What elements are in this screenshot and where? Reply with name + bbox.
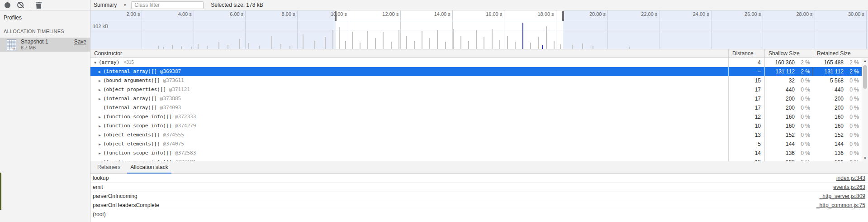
shallow-size-value: 2000 % [764, 103, 813, 112]
timeline-tick-label: 12.00 s [349, 11, 398, 17]
allocation-timeline-overview[interactable]: 2.00 s4.00 s6.00 s8.00 s10.00 s12.00 s14… [90, 10, 868, 49]
tree-collapsed-icon[interactable]: ▶ [99, 68, 103, 77]
table-row[interactable]: ▶(function scope info)[] @374279101600 %… [90, 121, 862, 130]
scroll-up-icon[interactable]: ▲ [862, 59, 868, 63]
stack-frame-row[interactable]: parserOnHeadersComplete_http_common.js:7… [90, 201, 868, 210]
selection-handle-right[interactable] [562, 11, 564, 21]
constructor-name: (internal array)[] [103, 96, 157, 101]
tree-collapsed-icon[interactable]: ▶ [99, 86, 103, 95]
timeline-tick-label: 24.00 s [659, 11, 709, 17]
perspective-select[interactable]: Summary ▼ [94, 2, 127, 8]
timeline-tick-label: 8.00 s [246, 11, 295, 17]
tree-collapsed-icon[interactable]: ▶ [99, 158, 103, 162]
stack-frame-function: parserOnHeadersComplete [93, 202, 159, 208]
source-location-link[interactable]: index.js:343 [836, 174, 865, 183]
table-scrollbar[interactable]: ▲ ▼ [862, 58, 868, 161]
allocation-bar [158, 46, 159, 49]
trash-icon[interactable] [36, 2, 42, 9]
column-header-distance[interactable]: Distance [728, 49, 764, 58]
constructor-name: (function scope info)[] [103, 150, 172, 156]
selected-size-label: Selected size: 178 kB [211, 2, 263, 8]
profile-toolbar [0, 0, 90, 10]
stack-frame-row[interactable]: lookupindex.js:343 [90, 174, 868, 183]
timeline-tick-label: 30.00 s [815, 11, 864, 17]
column-header-shallow-size[interactable]: Shallow Size [764, 49, 813, 58]
shallow-size-value: 1600 % [764, 112, 813, 121]
table-row[interactable]: ▶(object properties)[] @371121174400 %44… [90, 85, 862, 94]
tab-allocation-stack[interactable]: Allocation stack [127, 161, 171, 174]
table-row[interactable]: ▶(function scope info)[] @373181131360 %… [90, 158, 862, 161]
allocation-bar [259, 46, 260, 49]
allocation-bar [339, 27, 340, 49]
tree-collapsed-icon[interactable]: ▶ [99, 122, 103, 131]
retained-size-value: 1360 % [813, 158, 862, 161]
clear-icon[interactable] [17, 2, 24, 8]
retained-size-value: 1360 % [813, 149, 862, 158]
selection-handle-left[interactable] [335, 11, 337, 21]
retained-size-value: 1600 % [813, 121, 862, 130]
column-header-constructor[interactable]: Constructor [90, 49, 728, 58]
class-filter-input[interactable] [131, 1, 204, 9]
tree-collapsed-icon[interactable]: ▶ [99, 95, 103, 104]
distance-value: 10 [728, 121, 764, 130]
table-row[interactable]: (internal array)[] @374093172000 %2000 % [90, 103, 862, 112]
record-icon[interactable] [5, 2, 10, 8]
allocation-bar [198, 44, 199, 49]
table-row[interactable]: ▶(bound arguments)[] @37361115320 %5 568… [90, 76, 862, 85]
tree-expanded-icon[interactable]: ▼ [94, 58, 99, 68]
shallow-size-value: 4400 % [764, 85, 813, 94]
table-row[interactable]: ▶(internal array)[] @373885172000 %2000 … [90, 94, 862, 103]
allocation-bar [492, 29, 493, 49]
sidebar-item-snapshot-1[interactable]: % Snapshot 1 6.7 MB Save [0, 38, 90, 52]
allocation-bar [271, 36, 272, 49]
timeline-tick-label: 6.00 s [194, 11, 243, 17]
object-id: @372583 [172, 150, 196, 156]
distance-value: 12 [728, 112, 764, 121]
tree-collapsed-icon[interactable]: ▶ [99, 77, 103, 86]
distance-value: 13 [728, 158, 764, 161]
table-row[interactable]: ▶(internal array)[] @369387–131 1122 %13… [90, 67, 862, 76]
retained-size-value: 2000 % [813, 94, 862, 103]
source-location-link[interactable]: _http_common.js:75 [816, 201, 865, 210]
table-header: Constructor Distance Shallow Size Retain… [90, 49, 868, 58]
allocation-timelines-section-title: ALLOCATION TIMELINES [4, 29, 64, 34]
column-header-retained-size[interactable]: Retained Size [813, 49, 862, 58]
scroll-down-icon[interactable]: ▼ [862, 156, 868, 160]
table-row[interactable]: ▶(object elements)[] @374555131520 %1520… [90, 130, 862, 140]
source-location-link[interactable]: _http_server.js:809 [820, 192, 865, 201]
table-row[interactable]: ▶(function scope info)[] @372583141360 %… [90, 149, 862, 158]
allocation-bar [332, 30, 333, 49]
stack-frame-row[interactable]: parserOnIncoming_http_server.js:809 [90, 192, 868, 201]
table-row[interactable]: ▶(function scope info)[] @372333121600 %… [90, 112, 862, 121]
chevron-down-icon: ▼ [123, 3, 127, 7]
allocation-bar [218, 42, 219, 49]
stack-frame-row[interactable]: (root) [90, 210, 868, 219]
tab-retainers[interactable]: Retainers [94, 161, 123, 174]
scrollbar-thumb[interactable] [863, 65, 867, 89]
tree-collapsed-icon[interactable]: ▶ [99, 140, 103, 149]
source-location-link[interactable]: events.js:263 [833, 183, 865, 192]
allocation-bar [476, 30, 477, 49]
tree-collapsed-icon[interactable]: ▶ [99, 113, 103, 122]
object-id: @373611 [160, 77, 184, 83]
table-row[interactable]: ▼(array)×3154160 3602 %165 4882 % [90, 58, 862, 67]
stack-frame-row[interactable]: emitevents.js:263 [90, 183, 868, 192]
allocation-bar [445, 42, 446, 49]
stack-frame-function: (root) [93, 211, 106, 217]
distance-value: 17 [728, 94, 764, 103]
constructor-name: (bound arguments)[] [103, 77, 160, 83]
svg-text:%: % [12, 47, 15, 51]
snapshot-title: Snapshot 1 [21, 39, 48, 45]
allocation-bar [406, 36, 407, 49]
tree-collapsed-icon[interactable]: ▶ [99, 131, 103, 140]
constructor-name: (object properties)[] [103, 87, 166, 92]
timeline-tick-label: 18.00 s [504, 11, 554, 17]
stack-frame-function: parserOnIncoming [93, 193, 138, 199]
tree-collapsed-icon[interactable]: ▶ [99, 149, 103, 158]
allocation-bar [345, 41, 346, 49]
allocation-bar [530, 43, 531, 49]
retained-size-value: 2000 % [813, 103, 862, 112]
table-row[interactable]: ▶(object elements)[] @37407551440 %1440 … [90, 140, 862, 149]
save-link[interactable]: Save [74, 39, 86, 45]
retained-size-value: 1440 % [813, 140, 862, 149]
